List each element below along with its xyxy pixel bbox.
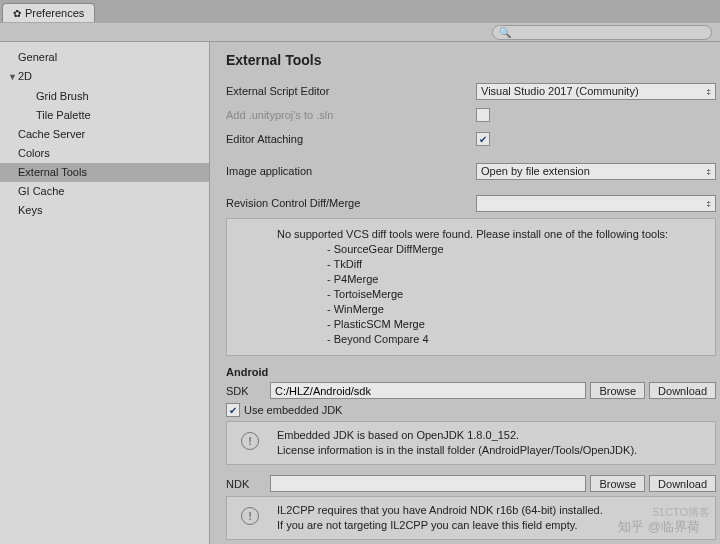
preferences-tab[interactable]: ✿ Preferences (2, 3, 95, 22)
chevron-down-icon: ▼ (8, 70, 18, 85)
chevron-down-icon: ‡ (707, 199, 711, 208)
search-input[interactable]: 🔍 (492, 25, 712, 40)
chevron-down-icon: ‡ (707, 167, 711, 176)
sidebar-item-general[interactable]: General (0, 48, 209, 67)
info-icon: ! (241, 507, 259, 525)
vcs-message: No supported VCS diff tools were found. … (277, 227, 703, 242)
sidebar-item-keys[interactable]: Keys (0, 201, 209, 220)
revision-control-dropdown[interactable]: ‡ (476, 195, 716, 212)
add-unityproj-label: Add .unityproj's to .sln (226, 109, 476, 121)
vcs-info-box: No supported VCS diff tools were found. … (226, 218, 716, 356)
content-panel: External Tools External Script Editor Vi… (210, 42, 720, 544)
external-editor-label: External Script Editor (226, 85, 476, 97)
revision-control-label: Revision Control Diff/Merge (226, 197, 476, 209)
sdk-download-button[interactable]: Download (649, 382, 716, 399)
external-editor-dropdown[interactable]: Visual Studio 2017 (Community)‡ (476, 83, 716, 100)
editor-attaching-label: Editor Attaching (226, 133, 476, 145)
sidebar-item-colors[interactable]: Colors (0, 144, 209, 163)
image-app-dropdown[interactable]: Open by file extension‡ (476, 163, 716, 180)
sidebar-item-2d[interactable]: ▼2D (0, 67, 209, 87)
sidebar-item-gi-cache[interactable]: GI Cache (0, 182, 209, 201)
tab-bar: ✿ Preferences (0, 0, 720, 22)
info-icon: ! (241, 432, 259, 450)
add-unityproj-checkbox[interactable] (476, 108, 490, 122)
use-embedded-jdk-checkbox[interactable]: ✔ (226, 403, 240, 417)
ndk-browse-button[interactable]: Browse (590, 475, 645, 492)
image-app-label: Image application (226, 165, 476, 177)
search-icon: 🔍 (499, 27, 511, 38)
sidebar-item-tile-palette[interactable]: Tile Palette (0, 106, 209, 125)
tab-title: Preferences (25, 7, 84, 19)
ndk-info-box: ! IL2CPP requires that you have Android … (226, 496, 716, 540)
sidebar-item-external-tools[interactable]: External Tools (0, 163, 209, 182)
ndk-label: NDK (226, 478, 266, 490)
page-title: External Tools (226, 52, 716, 68)
jdk-info-box: ! Embedded JDK is based on OpenJDK 1.8.0… (226, 421, 716, 465)
ndk-path-input[interactable] (270, 475, 586, 492)
gear-icon: ✿ (13, 8, 21, 19)
sdk-path-input[interactable] (270, 382, 586, 399)
sidebar-item-grid-brush[interactable]: Grid Brush (0, 87, 209, 106)
sdk-label: SDK (226, 385, 266, 397)
use-embedded-jdk-label: Use embedded JDK (244, 404, 342, 416)
sidebar: General ▼2D Grid Brush Tile Palette Cach… (0, 42, 210, 544)
android-header: Android (226, 366, 716, 378)
ndk-download-button[interactable]: Download (649, 475, 716, 492)
chevron-down-icon: ‡ (707, 87, 711, 96)
sdk-browse-button[interactable]: Browse (590, 382, 645, 399)
vcs-tool-list: SourceGear DiffMerge TkDiff P4Merge Tort… (327, 242, 703, 347)
toolbar: 🔍 (0, 22, 720, 42)
editor-attaching-checkbox[interactable]: ✔ (476, 132, 490, 146)
sidebar-item-cache-server[interactable]: Cache Server (0, 125, 209, 144)
